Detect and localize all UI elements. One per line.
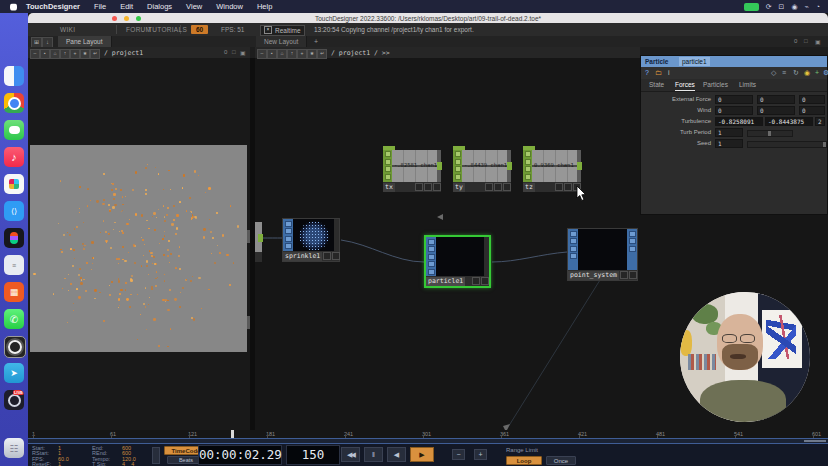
dock-item-touchdesigner[interactable] xyxy=(4,336,26,358)
timeline-field-value[interactable]: 4 4 xyxy=(122,461,134,466)
refresh-icon[interactable]: ⟳ xyxy=(766,3,772,11)
node-name-label[interactable]: tz xyxy=(523,183,535,192)
geometry-viewport-pane[interactable] xyxy=(28,58,250,430)
expression-icon[interactable]: ◇ xyxy=(771,69,776,77)
external-force-z-field[interactable]: 0 xyxy=(799,95,825,104)
add-icon[interactable]: + xyxy=(815,69,819,76)
param-tab-forces[interactable]: Forces xyxy=(675,81,695,91)
pane-up-button[interactable]: ↑ xyxy=(60,49,70,59)
timeline-options-button[interactable] xyxy=(152,447,160,464)
node-particle1[interactable]: particle1 xyxy=(424,235,491,288)
playhead[interactable] xyxy=(231,430,234,438)
node-tx[interactable]: -.82581 chan1 tx xyxy=(383,150,441,192)
wiki-link[interactable]: WIKI xyxy=(60,26,75,33)
pane-back-button[interactable]: – xyxy=(30,49,40,59)
left-pane-ctl-3[interactable]: ▣ xyxy=(240,49,246,56)
left-pane-ctl-2[interactable]: □ xyxy=(232,49,236,55)
screen-sharing-indicator[interactable] xyxy=(744,3,759,11)
jump-to-start-button[interactable]: ◀◀ xyxy=(341,447,360,462)
menu-edit[interactable]: Edit xyxy=(120,2,133,11)
dock-item-slack[interactable] xyxy=(4,174,24,194)
pane-add-button[interactable]: + xyxy=(70,49,80,59)
add-layout-button[interactable]: + xyxy=(314,38,318,45)
node-clipped[interactable] xyxy=(255,222,262,262)
timeline-ruler[interactable]: 161121181241301361421481541601 xyxy=(28,430,828,438)
dock-item-vscode[interactable]: ⟨⟩ xyxy=(4,201,24,221)
turb-period-field[interactable]: 1 xyxy=(715,128,743,137)
pane-bookmark-button[interactable]: ★ xyxy=(80,49,90,59)
external-force-y-field[interactable]: 0 xyxy=(757,95,795,104)
gear-icon[interactable]: ⚙ xyxy=(823,69,828,77)
frame-increment-button[interactable]: + xyxy=(474,449,487,460)
loop-button[interactable]: Loop xyxy=(506,456,542,465)
wind-x-field[interactable]: 0 xyxy=(715,106,753,115)
control-center-icon[interactable]: ⌁ xyxy=(805,3,809,11)
network-pane-path[interactable]: / project1 / >> xyxy=(331,49,390,57)
turbulence-y-field[interactable]: -0.8443875 xyxy=(765,117,813,126)
menu-window[interactable]: Window xyxy=(216,2,243,11)
dock-item-whatsapp[interactable]: ✆ xyxy=(4,309,24,329)
menu-dialogs[interactable]: Dialogs xyxy=(147,2,172,11)
language-icon[interactable]: ◉ xyxy=(804,69,810,77)
seed-field[interactable]: 1 xyxy=(715,139,743,148)
node-name-label[interactable]: sprinkle1 xyxy=(283,252,322,261)
node-ty[interactable]: -.84439 chan1 ty xyxy=(453,150,511,192)
play-reverse-button[interactable]: ◀ xyxy=(387,447,406,462)
info-icon[interactable]: i xyxy=(668,69,670,76)
node-tz[interactable]: 0.9369 chan1 tz xyxy=(523,150,581,192)
net-home-button[interactable]: ⌂ xyxy=(277,49,287,59)
param-tab-state[interactable]: State xyxy=(649,81,664,90)
folder-icon[interactable]: 🗀 xyxy=(655,69,662,76)
parameter-panel-header[interactable]: Particle particle1 xyxy=(641,56,827,67)
pane-enter-button[interactable]: ↵ xyxy=(90,49,100,59)
param-tab-limits[interactable]: Limits xyxy=(739,81,756,90)
seed-slider[interactable] xyxy=(747,141,827,148)
node-point-system[interactable]: point_system xyxy=(567,228,638,281)
node-name-label[interactable]: point_system xyxy=(568,271,619,280)
pane-control-2[interactable]: □ xyxy=(804,38,808,44)
turb-period-slider[interactable] xyxy=(747,130,793,137)
wind-y-field[interactable]: 0 xyxy=(757,106,795,115)
menu-app-name[interactable]: TouchDesigner xyxy=(26,2,80,11)
apple-menu-icon[interactable] xyxy=(10,3,17,11)
left-pane-path[interactable]: / project1 xyxy=(104,49,143,57)
dock-item-music[interactable]: ♪ xyxy=(4,147,24,167)
help-icon[interactable]: ? xyxy=(645,69,649,76)
once-button[interactable]: Once xyxy=(546,456,576,465)
cook-rate-badge[interactable]: 60 xyxy=(191,25,208,34)
left-pane-ctl-1[interactable]: 0 xyxy=(224,49,227,55)
dock-item-grid-app[interactable]: ▦ xyxy=(4,282,24,302)
net-stop-button[interactable]: ▪ xyxy=(267,49,277,59)
recycle-icon[interactable]: ↻ xyxy=(793,69,799,77)
menu-view[interactable]: View xyxy=(186,2,202,11)
dock-item-notes[interactable]: ≡ xyxy=(4,255,24,275)
dock-item-trash[interactable]: ☷ xyxy=(4,438,24,458)
node-sprinkle1[interactable]: sprinkle1 xyxy=(282,218,340,262)
frame-display[interactable]: 150 xyxy=(286,445,340,465)
camera-icon[interactable]: ◉ xyxy=(791,3,797,11)
turbulence-x-field[interactable]: -0.8258091 xyxy=(715,117,763,126)
dock-item-figma[interactable] xyxy=(4,228,24,248)
tab-new-layout[interactable]: New Layout xyxy=(256,36,307,47)
net-enter-button[interactable]: ↵ xyxy=(317,49,327,59)
node-name-label[interactable]: particle1 xyxy=(426,277,465,286)
op-name-field[interactable]: particle1 xyxy=(679,57,710,66)
external-force-x-field[interactable]: 0 xyxy=(715,95,753,104)
dock-item-chrome[interactable] xyxy=(4,93,24,113)
tutorials-link[interactable]: TUTORIALS xyxy=(148,26,187,33)
net-up-button[interactable]: ↑ xyxy=(287,49,297,59)
dock-item-messages[interactable] xyxy=(4,120,24,140)
realtime-toggle[interactable]: × Realtime xyxy=(260,25,305,36)
pane-home-button[interactable]: ⌂ xyxy=(50,49,60,59)
node-name-label[interactable]: ty xyxy=(453,183,465,192)
list-icon[interactable]: ≡ xyxy=(782,69,786,76)
frame-decrement-button[interactable]: − xyxy=(452,449,465,460)
timeline-field-value[interactable]: 1 xyxy=(58,461,61,466)
param-tab-particles[interactable]: Particles xyxy=(703,81,728,90)
turbulence-z-field[interactable]: 2 xyxy=(815,117,825,126)
menu-file[interactable]: File xyxy=(94,2,106,11)
tab-pane-layout[interactable]: Pane Layout xyxy=(58,36,112,47)
play-forward-button[interactable]: ▶ xyxy=(410,447,434,462)
pane-control-3[interactable]: ▣ xyxy=(815,38,821,45)
net-add-button[interactable]: + xyxy=(297,49,307,59)
